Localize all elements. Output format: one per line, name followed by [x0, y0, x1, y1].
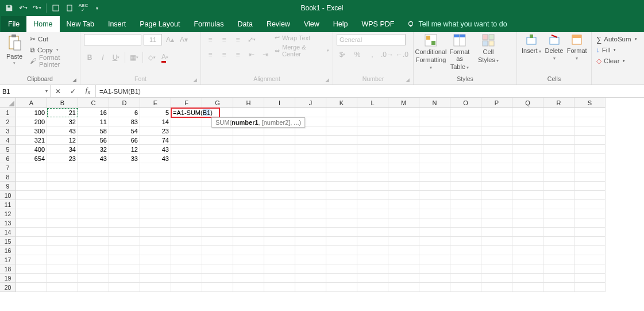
cell-I7[interactable]	[264, 163, 295, 172]
cell-K15[interactable]	[326, 237, 357, 246]
tab-wps-pdf[interactable]: WPS PDF	[354, 16, 401, 32]
cell-E18[interactable]	[140, 264, 171, 274]
cell-Q9[interactable]	[512, 182, 543, 191]
fx-button[interactable]: fx	[80, 86, 95, 95]
cell-J7[interactable]	[295, 163, 326, 172]
cell-B1[interactable]: 21	[47, 108, 78, 117]
row-header-16[interactable]: 16	[0, 246, 16, 255]
cell-D7[interactable]	[109, 163, 140, 172]
cell-B7[interactable]	[47, 163, 78, 172]
column-headers[interactable]: ABCDEFGHIJKLMNOPQRS	[16, 98, 644, 108]
cell-R11[interactable]	[543, 200, 574, 209]
cell-I13[interactable]	[264, 218, 295, 228]
cell-P16[interactable]	[481, 246, 512, 255]
comma-format-icon[interactable]: ,	[367, 49, 378, 60]
cell-H6[interactable]	[233, 154, 264, 163]
cell-R6[interactable]	[543, 154, 574, 163]
row-headers[interactable]: 1234567891011121314151617181920	[0, 108, 16, 292]
cell-S13[interactable]	[574, 218, 606, 228]
cell-M3[interactable]	[388, 126, 419, 136]
cell-O10[interactable]	[450, 191, 481, 200]
cell-R9[interactable]	[543, 182, 574, 191]
cell-E16[interactable]	[140, 246, 171, 255]
cell-D19[interactable]	[109, 274, 140, 283]
cell-J13[interactable]	[295, 218, 326, 228]
cell-S15[interactable]	[574, 237, 606, 246]
cell-K7[interactable]	[326, 163, 357, 172]
cell-H18[interactable]	[233, 264, 264, 274]
cell-J3[interactable]	[295, 126, 326, 136]
cell-F14[interactable]	[171, 228, 202, 237]
cell-R2[interactable]	[543, 117, 574, 126]
cell-A12[interactable]	[16, 209, 47, 218]
cell-K8[interactable]	[326, 172, 357, 182]
cell-A19[interactable]	[16, 274, 47, 283]
cell-A2[interactable]: 200	[16, 117, 47, 126]
row-header-12[interactable]: 12	[0, 209, 16, 218]
cell-I10[interactable]	[264, 191, 295, 200]
cell-L20[interactable]	[357, 283, 388, 292]
cell-N16[interactable]	[419, 246, 450, 255]
cell-N5[interactable]	[419, 145, 450, 154]
row-header-7[interactable]: 7	[0, 163, 16, 172]
cell-D3[interactable]: 54	[109, 126, 140, 136]
cell-B4[interactable]: 12	[47, 136, 78, 145]
cell-Q15[interactable]	[512, 237, 543, 246]
cell-P4[interactable]	[481, 136, 512, 145]
cell-D15[interactable]	[109, 237, 140, 246]
cell-N9[interactable]	[419, 182, 450, 191]
cell-I9[interactable]	[264, 182, 295, 191]
cell-K1[interactable]	[326, 108, 357, 117]
cell-F7[interactable]	[171, 163, 202, 172]
cell-R17[interactable]	[543, 255, 574, 264]
paste-button[interactable]: Paste ▾	[3, 34, 25, 66]
cell-N12[interactable]	[419, 209, 450, 218]
cell-H4[interactable]	[233, 136, 264, 145]
cell-M16[interactable]	[388, 246, 419, 255]
dialog-launcher-icon[interactable]: ◢	[193, 77, 199, 83]
cell-E10[interactable]	[140, 191, 171, 200]
cell-G20[interactable]	[202, 283, 233, 292]
cell-G14[interactable]	[202, 228, 233, 237]
cell-D2[interactable]: 83	[109, 117, 140, 126]
cell-R5[interactable]	[543, 145, 574, 154]
cell-A14[interactable]	[16, 228, 47, 237]
cell-E17[interactable]	[140, 255, 171, 264]
cell-S16[interactable]	[574, 246, 606, 255]
cell-P9[interactable]	[481, 182, 512, 191]
column-header-K[interactable]: K	[326, 98, 357, 108]
tab-data[interactable]: Data	[230, 16, 259, 32]
tab-view[interactable]: View	[297, 16, 326, 32]
cell-E15[interactable]	[140, 237, 171, 246]
cell-H20[interactable]	[233, 283, 264, 292]
cell-F3[interactable]	[171, 126, 202, 136]
merge-center-button[interactable]: ⇔Merge & Center▾	[275, 44, 329, 57]
cell-N6[interactable]	[419, 154, 450, 163]
cancel-formula-button[interactable]: ✕	[51, 87, 65, 95]
cell-F9[interactable]	[171, 182, 202, 191]
cell-A18[interactable]	[16, 264, 47, 274]
row-header-17[interactable]: 17	[0, 255, 16, 264]
cell-I5[interactable]	[264, 145, 295, 154]
cell-J5[interactable]	[295, 145, 326, 154]
cell-O1[interactable]	[450, 108, 481, 117]
name-box[interactable]: B1 ▾	[0, 85, 51, 97]
cell-C16[interactable]	[78, 246, 109, 255]
cell-O7[interactable]	[450, 163, 481, 172]
cell-H16[interactable]	[233, 246, 264, 255]
cell-N13[interactable]	[419, 218, 450, 228]
row-header-15[interactable]: 15	[0, 237, 16, 246]
cell-G19[interactable]	[202, 274, 233, 283]
clear-button[interactable]: ◇Clear▾	[595, 56, 638, 66]
cell-O18[interactable]	[450, 264, 481, 274]
format-as-table-button[interactable]: Format asTable	[446, 34, 473, 70]
cell-J16[interactable]	[295, 246, 326, 255]
cell-Q20[interactable]	[512, 283, 543, 292]
cell-S9[interactable]	[574, 182, 606, 191]
cell-C2[interactable]: 11	[78, 117, 109, 126]
increase-font-icon[interactable]: A▴	[164, 34, 176, 45]
font-color-button[interactable]: A▾	[159, 52, 171, 63]
cell-P6[interactable]	[481, 154, 512, 163]
cell-P7[interactable]	[481, 163, 512, 172]
cell-O9[interactable]	[450, 182, 481, 191]
